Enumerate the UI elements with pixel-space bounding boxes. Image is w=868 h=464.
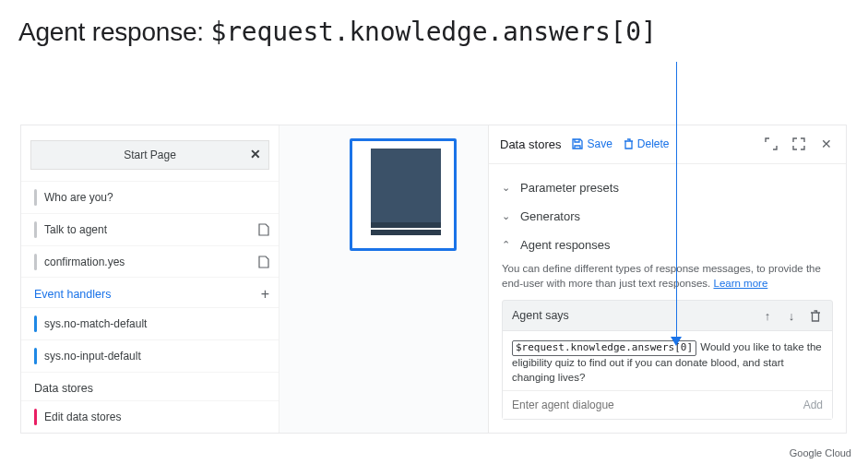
delete-label: Delete xyxy=(637,137,670,150)
agent-says-label: Agent says xyxy=(512,309,569,322)
footer-brand: Google Cloud xyxy=(790,447,851,458)
move-up-icon[interactable]: ↑ xyxy=(760,308,775,323)
page-icon xyxy=(258,256,269,268)
chevron-down-icon: ⌄ xyxy=(502,182,513,194)
close-icon[interactable]: ✕ xyxy=(818,136,835,152)
panel-body: ⌄ Parameter presets ⌄ Generators ⌃ Agent… xyxy=(489,164,846,433)
save-label: Save xyxy=(587,137,612,150)
fullscreen-icon[interactable] xyxy=(791,136,807,152)
details-panel: Data stores Save Delete ✕ xyxy=(488,125,846,433)
delete-button[interactable]: Delete xyxy=(624,137,670,150)
route-label: Talk to agent xyxy=(44,223,258,236)
annotation-arrow-line xyxy=(676,62,677,341)
flow-node-selected[interactable] xyxy=(350,138,457,251)
data-store-label: Edit data stores xyxy=(44,410,269,423)
agent-dialogue-input-row: Add xyxy=(503,390,832,419)
annotation-arrow-head xyxy=(671,337,682,346)
start-page-header[interactable]: Start Page ✕ xyxy=(30,140,269,170)
route-row-who-are-you[interactable]: Who are you? xyxy=(21,181,279,213)
accordion-generators[interactable]: ⌄ Generators xyxy=(502,202,833,231)
event-handler-label: sys.no-match-default xyxy=(44,317,269,330)
save-icon xyxy=(572,138,583,149)
agent-says-header: Agent says ↑ ↓ xyxy=(503,301,832,330)
accordion-label: Agent responses xyxy=(520,238,611,252)
agent-response-text[interactable]: $request.knowledge.answers[0] Would you … xyxy=(503,330,832,390)
chevron-up-icon: ⌃ xyxy=(502,239,513,251)
chevron-down-icon: ⌄ xyxy=(502,210,513,222)
panel-title: Data stores xyxy=(500,137,561,151)
marker-icon xyxy=(34,315,37,332)
event-handlers-label: Event handlers xyxy=(34,288,111,301)
add-icon[interactable]: + xyxy=(261,287,269,302)
trash-icon xyxy=(624,138,634,149)
panel-header: Data stores Save Delete ✕ xyxy=(489,125,846,164)
add-dialogue-button[interactable]: Add xyxy=(803,399,823,411)
marker-icon xyxy=(34,221,37,238)
expand-icon[interactable] xyxy=(763,136,779,152)
title-prefix: Agent response: xyxy=(18,18,211,46)
data-stores-label: Data stores xyxy=(34,382,93,395)
flow-canvas[interactable] xyxy=(279,125,488,433)
marker-icon xyxy=(34,254,37,270)
page-icon xyxy=(258,223,269,236)
phone-base-icon xyxy=(371,230,441,235)
trash-icon[interactable] xyxy=(808,308,823,323)
workspace: Start Page ✕ Who are you? Talk to agent … xyxy=(20,125,847,434)
title-code: $request.knowledge.answers[0] xyxy=(211,17,657,47)
data-store-row-edit[interactable]: Edit data stores xyxy=(21,400,279,433)
accordion-agent-responses[interactable]: ⌃ Agent responses xyxy=(502,231,833,259)
marker-icon xyxy=(34,189,37,206)
route-row-talk-to-agent[interactable]: Talk to agent xyxy=(21,213,279,245)
accordion-parameter-presets[interactable]: ⌄ Parameter presets xyxy=(502,173,833,202)
move-down-icon[interactable]: ↓ xyxy=(784,308,799,323)
event-handler-row[interactable]: sys.no-input-default xyxy=(21,339,279,372)
marker-icon xyxy=(34,348,37,364)
response-variable-chip[interactable]: $request.knowledge.answers[0] xyxy=(512,340,696,356)
accordion-label: Parameter presets xyxy=(520,181,619,195)
agent-dialogue-input[interactable] xyxy=(512,399,803,411)
phone-screen-icon xyxy=(371,149,441,226)
save-button[interactable]: Save xyxy=(572,137,612,150)
accordion-label: Generators xyxy=(520,209,580,223)
learn-more-link[interactable]: Learn more xyxy=(713,278,767,289)
event-handler-label: sys.no-input-default xyxy=(44,350,269,363)
start-page-label: Start Page xyxy=(124,149,176,161)
close-icon[interactable]: ✕ xyxy=(250,147,261,161)
helper-text-1: You can define different types of respon… xyxy=(502,263,821,289)
helper-text: You can define different types of respon… xyxy=(502,261,833,291)
route-label: confirmation.yes xyxy=(44,256,258,268)
marker-icon xyxy=(34,409,37,425)
event-handler-row[interactable]: sys.no-match-default xyxy=(21,307,279,339)
section-data-stores[interactable]: Data stores xyxy=(21,372,279,400)
slide-title: Agent response: $request.knowledge.answe… xyxy=(0,0,868,75)
sidebar: Start Page ✕ Who are you? Talk to agent … xyxy=(21,125,279,433)
agent-says-card: Agent says ↑ ↓ $request.knowledge.answer… xyxy=(502,300,833,420)
route-row-confirmation-yes[interactable]: confirmation.yes xyxy=(21,245,279,278)
route-label: Who are you? xyxy=(44,191,269,204)
section-event-handlers[interactable]: Event handlers + xyxy=(21,277,279,307)
phone-chin-icon xyxy=(371,222,441,228)
